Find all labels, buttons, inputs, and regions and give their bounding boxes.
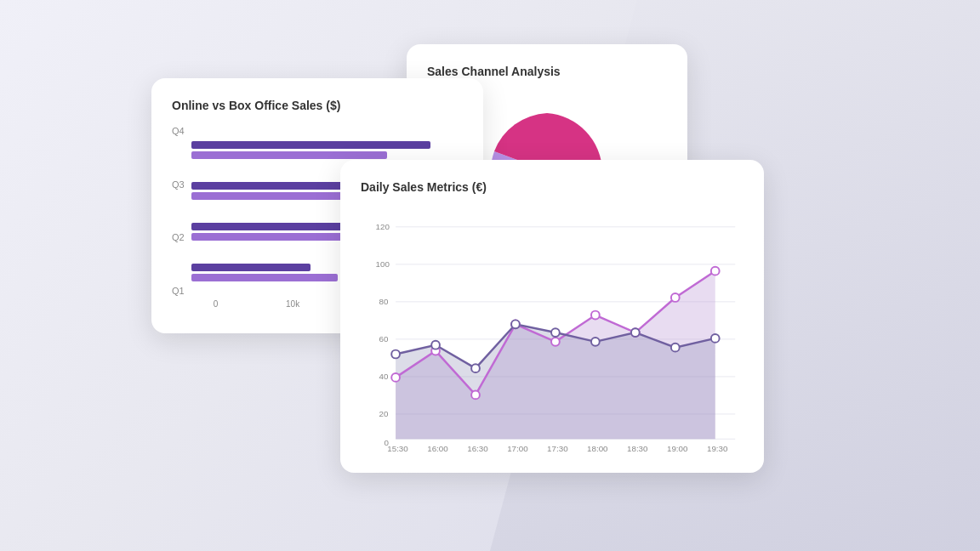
x-1900: 19:00	[667, 444, 688, 453]
dot-s2-7	[631, 328, 640, 337]
x-1600: 16:00	[427, 444, 448, 453]
x-1700: 17:00	[507, 444, 528, 453]
x-1530: 15:30	[387, 444, 408, 453]
y-80: 80	[379, 297, 389, 306]
bar-x-0: 0	[214, 299, 219, 309]
dot-s2-5	[551, 328, 560, 337]
dot-s1-3	[471, 391, 480, 400]
line-chart-title: Daily Sales Metrics (€)	[361, 180, 744, 194]
dot-s2-8	[671, 344, 680, 352]
dot-s2-4	[511, 320, 520, 328]
bar-x-10k: 10k	[286, 299, 299, 309]
line-chart-svg: 120 100 80 60 40 20 0 15:30 16:00 16	[361, 207, 744, 463]
bar-q4-label: Q4	[172, 126, 185, 136]
bar-q4-light	[191, 151, 387, 159]
dot-s1-9	[711, 267, 720, 276]
bar-chart-title: Online vs Box Office Sales ($)	[172, 99, 463, 112]
x-1630: 16:30	[467, 444, 488, 453]
dot-s2-9	[711, 334, 720, 343]
bar-q3-label: Q3	[172, 179, 185, 190]
y-40: 40	[379, 372, 389, 381]
x-1930: 19:30	[707, 444, 728, 453]
bar-q1-light	[191, 274, 338, 281]
dot-s1-1	[391, 373, 400, 382]
dot-s1-6	[591, 311, 600, 320]
dot-s1-5	[551, 338, 560, 346]
bar-q2-label: Q2	[172, 232, 185, 242]
y-120: 120	[376, 222, 390, 231]
bar-y-labels: Q4 Q3 Q2 Q1	[172, 126, 185, 313]
bar-q1-dark	[191, 264, 311, 271]
bar-group-q4	[191, 141, 463, 159]
dot-s2-6	[591, 338, 600, 346]
dot-s2-3	[471, 364, 480, 372]
x-1830: 18:30	[627, 444, 648, 453]
y-20: 20	[379, 409, 389, 418]
pie-chart-title: Sales Channel Analysis	[427, 65, 667, 78]
dot-s2-1	[391, 350, 400, 359]
bar-row-q4	[191, 141, 463, 159]
y-100: 100	[376, 259, 390, 269]
x-1730: 17:30	[547, 444, 568, 453]
bar-q1-label: Q1	[172, 286, 185, 296]
dot-s1-8	[671, 293, 680, 302]
bar-q4-dark	[191, 141, 430, 149]
line-chart-card: Daily Sales Metrics (€) 120 100 80 60 40…	[340, 160, 764, 473]
dot-s2-2	[431, 341, 440, 349]
y-60: 60	[379, 334, 389, 344]
line-chart-container: 120 100 80 60 40 20 0 15:30 16:00 16	[361, 207, 744, 463]
x-1800: 18:00	[587, 444, 608, 453]
scene: Sales Channel Analysis Online vs Box Off…	[0, 0, 980, 551]
